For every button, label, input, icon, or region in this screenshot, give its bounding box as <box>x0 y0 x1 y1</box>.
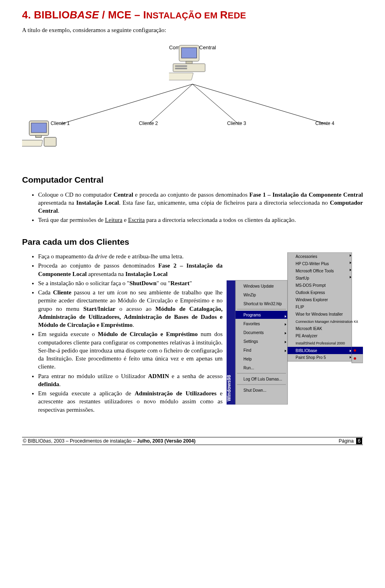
svg-text:Accessories: Accessories <box>296 254 317 259</box>
footer-right: Página 6 <box>339 438 362 444</box>
svg-rect-10 <box>169 73 193 80</box>
svg-text:Windows Explorer: Windows Explorer <box>296 298 328 302</box>
clients-bullet-4: Cada Cliente passou a ter um icon no seu… <box>38 288 223 329</box>
server-icon <box>169 44 209 82</box>
svg-text:Programs: Programs <box>243 313 261 317</box>
clients-bullet-7: Em seguida execute a aplicação de Admini… <box>38 389 223 414</box>
central-computer: Computador Central <box>169 44 216 51</box>
page-number: 6 <box>356 438 362 444</box>
svg-rect-6 <box>186 61 192 64</box>
svg-text:BIBLIObase: BIBLIObase <box>296 348 317 353</box>
svg-text:Paint Shop Pro 5: Paint Shop Pro 5 <box>296 355 326 360</box>
svg-rect-9 <box>175 68 187 69</box>
footer-left: © BIBLIObas, 2003 – Procedimentos de ins… <box>23 438 195 444</box>
svg-text:Connection Manager Administrat: Connection Manager Administration Kit <box>296 320 358 324</box>
svg-text:Help: Help <box>243 357 252 361</box>
clients-bullet-2: Proceda ao conjunto de passos denominado… <box>38 262 223 278</box>
svg-text:FLIP: FLIP <box>296 305 304 309</box>
svg-text:InstallShield Professional 200: InstallShield Professional 2000 <box>296 341 345 345</box>
svg-text:Favorites: Favorites <box>243 322 260 326</box>
clients-bullet-3: Se a instalação não o solicitar faça o "… <box>38 279 223 287</box>
svg-text:Shut Down...: Shut Down... <box>243 388 266 393</box>
svg-text:Microsoft IEAK: Microsoft IEAK <box>296 326 322 331</box>
clients-bullet-5: Em seguida execute o Módulo de Circulaçã… <box>38 330 223 371</box>
svg-text:PE Analyzer: PE Analyzer <box>296 334 318 338</box>
central-bullet-2: Terá que dar permissões de Leitura e Esc… <box>38 216 363 224</box>
svg-text:Documents: Documents <box>243 330 264 335</box>
start-menu-screenshot: Windows98 Windows Update WinZip Shortcut… <box>227 252 363 415</box>
svg-rect-27 <box>31 123 47 133</box>
svg-text:Windows Update: Windows Update <box>243 284 274 288</box>
svg-text:Settings: Settings <box>243 339 258 344</box>
clients-bullets: Faça o mapeamento da drive de rede e atr… <box>22 252 223 415</box>
client-3: Cliente 3 <box>207 120 267 127</box>
svg-text:Run...: Run... <box>243 366 254 370</box>
svg-rect-29 <box>44 137 56 146</box>
section-clients-title: Para cada um dos Clientes <box>22 236 363 248</box>
client-row: Cliente 1 Cliente 2 Cliente 3 <box>22 120 363 127</box>
svg-line-0 <box>60 84 192 124</box>
central-bullet-1: Coloque o CD no computador Central e pro… <box>38 191 363 215</box>
svg-rect-30 <box>22 140 43 146</box>
svg-rect-78 <box>352 347 363 354</box>
svg-line-1 <box>148 84 192 124</box>
page-footer: © BIBLIObas, 2003 – Procedimentos de ins… <box>22 437 363 445</box>
client-2: Cliente 2 <box>118 120 178 127</box>
svg-text:Log Off Luis Damas...: Log Off Luis Damas... <box>243 377 282 381</box>
svg-rect-5 <box>181 48 197 58</box>
svg-text:StartUp: StartUp <box>296 276 309 280</box>
clients-bullet-6: Para entrar no módulo utilize o Utilizad… <box>38 372 223 389</box>
section-central-title: Computador Central <box>22 174 363 185</box>
svg-text:MS-DOS Prompt: MS-DOS Prompt <box>296 283 326 288</box>
client-4: Cliente 4 <box>295 120 355 127</box>
svg-text:HP CD-Writer Plus: HP CD-Writer Plus <box>296 262 329 266</box>
svg-rect-28 <box>36 135 41 137</box>
clients-bullet-1: Faça o mapeamento da drive de rede e atr… <box>38 252 223 260</box>
svg-text:Find: Find <box>243 348 251 352</box>
svg-rect-8 <box>175 65 187 67</box>
svg-line-3 <box>192 84 327 124</box>
svg-text:Wise for Windows Installer: Wise for Windows Installer <box>296 312 343 316</box>
svg-point-80 <box>354 357 356 360</box>
central-bullets: Coloque o CD no computador Central e pro… <box>22 191 363 224</box>
svg-text:Shortcut to Win32.hlp: Shortcut to Win32.hlp <box>243 302 282 306</box>
page-heading: 4. BIBLIOBASE / MCE – INSTALAÇÃO EM REDE <box>22 8 363 22</box>
svg-text:Microsoft Office Tools: Microsoft Office Tools <box>296 269 334 273</box>
svg-text:WinZip: WinZip <box>243 293 256 297</box>
client-icon <box>22 120 58 148</box>
network-diagram: Computador Central Cliente 1 Cliente 2 <box>22 42 363 162</box>
svg-text:Outlook Express: Outlook Express <box>296 290 325 295</box>
windows-brand: Windows98 <box>227 375 232 401</box>
intro-text: A título de exemplo, consideramos a segu… <box>22 26 363 34</box>
svg-point-79 <box>354 349 356 352</box>
svg-line-2 <box>192 84 239 124</box>
heading-number: 4. <box>22 9 31 21</box>
